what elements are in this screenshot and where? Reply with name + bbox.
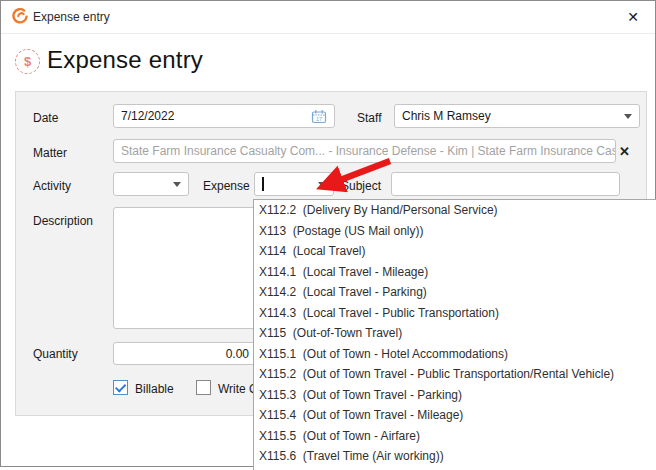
svg-text:17: 17 [316, 115, 322, 121]
activity-label: Activity [33, 179, 71, 193]
window-title: Expense entry [33, 10, 110, 24]
dropdown-item[interactable]: X114.3 (Local Travel - Public Transporta… [254, 303, 656, 324]
dropdown-item[interactable]: X115.5 (Out of Town - Airfare) [254, 426, 656, 447]
clear-matter-icon[interactable]: ✕ [619, 145, 630, 158]
dropdown-item[interactable]: X115 (Out-of-Town Travel) [254, 323, 656, 344]
matter-label: Matter [33, 146, 67, 160]
dropdown-item[interactable]: X114 (Local Travel) [254, 241, 656, 262]
date-value: 7/12/2022 [121, 109, 311, 123]
check-icon [114, 381, 125, 392]
expense-dropdown-list[interactable]: X112.2 (Delivery By Hand/Personal Servic… [253, 199, 656, 470]
expense-combobox[interactable] [254, 172, 334, 196]
description-label: Description [33, 214, 93, 228]
dropdown-item[interactable]: X115.4 (Out of Town Travel - Mileage) [254, 405, 656, 426]
quantity-input[interactable] [113, 342, 257, 365]
billable-label: Billable [135, 382, 174, 396]
dropdown-item[interactable]: X115.3 (Out of Town Travel - Parking) [254, 385, 656, 406]
dropdown-item[interactable]: X113 (Postage (US Mail only)) [254, 221, 656, 242]
text-cursor [262, 177, 264, 191]
dropdown-item[interactable]: X112.2 (Delivery By Hand/Personal Servic… [254, 200, 656, 221]
activity-select[interactable] [113, 172, 189, 196]
close-icon[interactable]: ✕ [619, 4, 647, 30]
title-bar: Expense entry ✕ [1, 1, 655, 34]
billable-checkbox[interactable] [113, 380, 128, 395]
chevron-down-icon[interactable] [318, 182, 326, 187]
staff-select[interactable]: Chris M Ramsey [394, 104, 640, 128]
date-label: Date [33, 111, 58, 125]
page-title: Expense entry [47, 46, 203, 74]
smokeball-logo-icon [11, 8, 28, 25]
dropdown-item[interactable]: X115.6 (Travel Time (Air working)) [254, 446, 656, 467]
calendar-icon[interactable]: 17 [311, 109, 327, 124]
chevron-down-icon [624, 114, 632, 119]
expense-badge-icon: $ [15, 49, 40, 74]
expense-label: Expense [203, 179, 250, 193]
chevron-down-icon [173, 182, 181, 187]
staff-value: Chris M Ramsey [402, 109, 620, 123]
date-input[interactable]: 7/12/2022 17 [113, 104, 335, 128]
dropdown-item[interactable]: X115.2 (Out of Town Travel - Public Tran… [254, 364, 656, 385]
quantity-label: Quantity [33, 347, 78, 361]
subject-input[interactable] [391, 172, 620, 196]
dropdown-item[interactable]: X116 (Meals) [254, 467, 656, 470]
subject-label: Subject [341, 179, 381, 193]
write-off-checkbox[interactable] [196, 380, 211, 395]
matter-input[interactable]: State Farm Insurance Casualty Com... - I… [113, 139, 616, 163]
expense-entry-dialog: Expense entry ✕ $ Expense entry Date 7/1… [0, 0, 656, 470]
dropdown-item[interactable]: X114.2 (Local Travel - Parking) [254, 282, 656, 303]
dropdown-item[interactable]: X115.1 (Out of Town - Hotel Accommodatio… [254, 344, 656, 365]
staff-label: Staff [357, 111, 381, 125]
dollar-sign: $ [24, 54, 31, 69]
matter-value: State Farm Insurance Casualty Com... - I… [121, 144, 616, 158]
dropdown-item[interactable]: X114.1 (Local Travel - Mileage) [254, 262, 656, 283]
